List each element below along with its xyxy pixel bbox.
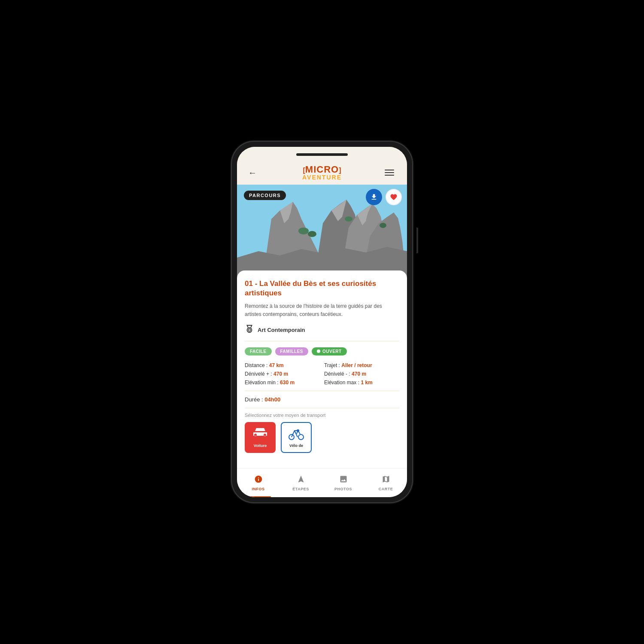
svg-point-15	[248, 329, 251, 331]
transport-row: Voiture Vélo de	[245, 422, 399, 453]
duration-row: Durée : 04h00	[245, 396, 399, 408]
infos-label: INFOS	[252, 487, 264, 491]
phone-screen: ← [MICRO] AVENTURE	[237, 147, 407, 497]
svg-point-11	[380, 223, 386, 228]
stat-elev-min-val: 630 m	[280, 380, 295, 386]
notch	[296, 153, 348, 156]
stat-trajet: Trajet : Aller / retour	[324, 362, 399, 368]
download-button[interactable]	[366, 189, 382, 205]
category-row: Art Contemporain	[245, 324, 399, 341]
stat-distance: Distance : 47 km	[245, 362, 320, 368]
bottom-nav: INFOS ÉTAPES PHOTOS	[237, 468, 407, 497]
stat-elev-min-label: Elévation min :	[245, 380, 279, 386]
content-card: 01 - La Vallée du Bès et ses curiosités …	[237, 270, 407, 468]
menu-line-1	[385, 170, 394, 170]
transport-label: Sélectionnez votre moyen de transport	[245, 413, 399, 418]
stat-distance-label: Distance :	[245, 362, 267, 368]
stat-trajet-val: Aller / retour	[341, 362, 372, 368]
app-header: ← [MICRO] AVENTURE	[237, 162, 407, 185]
svg-point-9	[308, 231, 316, 237]
etapes-label: ÉTAPES	[292, 487, 309, 491]
svg-point-8	[298, 228, 309, 234]
svg-point-18	[297, 430, 299, 431]
nav-item-carte[interactable]: CARTE	[365, 468, 407, 497]
nav-item-etapes[interactable]: ÉTAPES	[279, 468, 322, 497]
back-arrow-icon: ←	[248, 168, 257, 178]
duration-label: Durée :	[245, 396, 263, 403]
menu-button[interactable]	[385, 166, 398, 179]
stat-denivele-plus-label: Dénivelé + :	[245, 371, 272, 377]
stat-denivele-minus: Dénivelé - : 470 m	[324, 371, 399, 377]
nav-item-infos[interactable]: INFOS	[237, 468, 279, 497]
stat-denivele-minus-val: 470 m	[352, 371, 366, 377]
car-label: Voiture	[254, 444, 267, 448]
carte-label: CARTE	[379, 487, 393, 491]
stat-distance-val: 47 km	[269, 362, 284, 368]
hero-actions	[366, 189, 402, 205]
logo: [MICRO] AVENTURE	[302, 165, 342, 180]
tag-facile: FACILE	[245, 347, 272, 355]
stat-elev-max: Elévation max : 1 km	[324, 380, 399, 386]
tag-ouvert-dot	[317, 349, 320, 353]
stat-trajet-label: Trajet :	[324, 362, 340, 368]
transport-bike[interactable]: Vélo de	[281, 422, 312, 453]
stats-grid: Distance : 47 km Trajet : Aller / retour…	[245, 362, 399, 391]
bike-icon	[289, 427, 304, 442]
photos-icon	[339, 475, 348, 486]
download-icon	[370, 193, 378, 201]
heart-icon	[390, 193, 398, 201]
stat-elev-max-val: 1 km	[361, 380, 372, 386]
parcours-badge: PARCOURS	[244, 191, 286, 200]
svg-point-17	[298, 434, 304, 440]
nav-item-photos[interactable]: PHOTOS	[322, 468, 365, 497]
stat-denivele-minus-label: Dénivelé - :	[324, 371, 350, 377]
tag-ouvert: OUVERT	[312, 347, 347, 355]
duration-val: 04h00	[264, 396, 280, 403]
tags-row: FACILE FAMILLES OUVERT	[245, 347, 399, 355]
favorite-button[interactable]	[386, 189, 402, 205]
stat-elev-max-label: Elévation max :	[324, 380, 359, 386]
etapes-icon	[297, 475, 305, 486]
route-description: Remontez à la source de l'histoire de la…	[245, 302, 399, 319]
svg-point-10	[345, 216, 352, 222]
car-icon	[252, 427, 268, 442]
route-title: 01 - La Vallée du Bès et ses curiosités …	[245, 279, 399, 298]
hero-image-area: PARCOURS	[237, 185, 407, 279]
status-bar	[237, 147, 407, 162]
menu-line-2	[385, 172, 394, 173]
phone-outer: ← [MICRO] AVENTURE	[232, 142, 412, 502]
volume-button	[416, 228, 418, 253]
carte-icon	[382, 475, 390, 486]
infos-icon	[254, 475, 263, 486]
logo-aventure-text: AVENTURE	[302, 174, 342, 180]
category-label: Art Contemporain	[258, 327, 305, 333]
tag-ouvert-label: OUVERT	[322, 349, 342, 354]
logo-micro-text: MICRO	[305, 164, 339, 175]
back-button[interactable]: ←	[246, 166, 259, 179]
transport-car[interactable]: Voiture	[245, 422, 276, 453]
tag-familles: FAMILLES	[275, 347, 308, 355]
stat-denivele-plus: Dénivelé + : 470 m	[245, 371, 320, 377]
stat-elev-min: Elévation min : 630 m	[245, 380, 320, 386]
photos-label: PHOTOS	[334, 487, 352, 491]
logo-bracket-right: ]	[339, 167, 341, 174]
stat-denivele-plus-val: 470 m	[273, 371, 288, 377]
menu-line-3	[385, 175, 394, 176]
bike-label: Vélo de	[289, 444, 303, 448]
category-icon	[245, 324, 254, 336]
